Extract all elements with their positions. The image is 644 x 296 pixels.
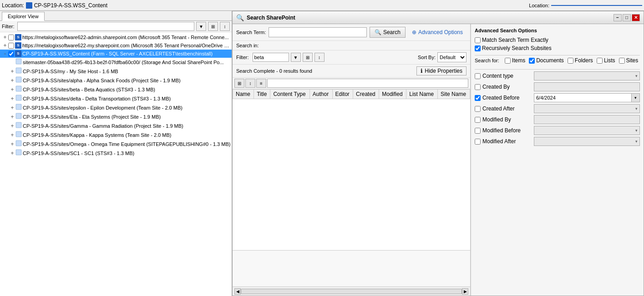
advanced-options-button[interactable]: ⊕ Advanced Options <box>408 27 467 38</box>
adv-field-check-2[interactable] <box>475 95 481 101</box>
right-location-label: Location: <box>529 3 549 8</box>
tree-item[interactable]: -SCP-SP19-A-SS.WSS_Content (Farm - SQL S… <box>0 50 232 58</box>
expand-icon[interactable]: - <box>2 50 8 57</box>
adv-field-check-1[interactable] <box>475 84 481 90</box>
results-filter-input[interactable] <box>267 79 468 88</box>
adv-field-check-5[interactable] <box>475 128 481 134</box>
adv-field-check-0[interactable] <box>475 73 481 79</box>
search-filter-input[interactable] <box>253 53 289 62</box>
search-for-sites[interactable]: Sites <box>619 57 639 64</box>
tree-item[interactable]: +Shttps://metalogixsoftware622-admin.sha… <box>0 33 232 41</box>
adv-field-check-3[interactable] <box>475 106 481 112</box>
col-header-author[interactable]: Author <box>309 90 332 99</box>
search-for-folders[interactable]: Folders <box>568 57 593 64</box>
col-header-list-name[interactable]: List Name <box>406 90 438 99</box>
search-button[interactable]: 🔍 Search <box>370 27 406 38</box>
expand-icon[interactable]: + <box>9 122 15 130</box>
adv-field-value-3[interactable]: ▾ <box>534 104 640 113</box>
col-header-modified[interactable]: Modified <box>379 90 406 99</box>
minimize-button[interactable]: − <box>614 14 622 21</box>
col-header-content-type[interactable]: Content Type <box>270 90 309 99</box>
expand-icon[interactable]: + <box>9 104 15 111</box>
search-for-lists[interactable]: Lists <box>597 57 615 64</box>
match-exact-checkbox[interactable] <box>475 37 481 43</box>
search-for-folders-check[interactable] <box>568 58 573 64</box>
filter-row-action-btn2[interactable]: ↕ <box>314 53 325 62</box>
recursive-label[interactable]: Recursively Search Subsites <box>475 45 552 51</box>
adv-field-value-1[interactable] <box>534 82 640 91</box>
adv-date-input-2[interactable] <box>534 95 631 100</box>
tree-item-checkbox[interactable] <box>8 35 14 40</box>
scroll-left-button[interactable]: ◀ <box>234 288 241 295</box>
col-header-title[interactable]: Title <box>254 90 270 99</box>
col-header-site-name[interactable]: Site Name <box>438 90 470 99</box>
expand-icon[interactable]: + <box>9 68 15 75</box>
dropdown-arrow-5[interactable]: ▾ <box>635 128 638 133</box>
adv-field-check-4[interactable] <box>475 117 481 123</box>
sort-az-button[interactable]: ↕ <box>245 79 255 88</box>
tree-item[interactable]: +CP-SP19-A-SS/sites/Omega - Omega Time E… <box>0 140 232 149</box>
match-exact-label[interactable]: Match Search Term Exactly <box>475 37 548 43</box>
col-header-name[interactable]: Name <box>233 90 254 99</box>
tree-item[interactable]: +CP-SP19-A-SS/sites/epsilon - Epilon Dev… <box>0 103 232 112</box>
search-for-docs-check[interactable] <box>529 58 535 64</box>
tree-item[interactable]: +CP-SP19-A-SS/sites/beta - Beta Aquatics… <box>0 85 232 94</box>
svg-rect-10 <box>16 150 21 155</box>
adv-field-value-6[interactable]: ▾ <box>534 137 640 146</box>
adv-field-value-4[interactable] <box>534 115 640 124</box>
list-view-button[interactable]: ≡ <box>256 79 266 88</box>
filter-action-btn2[interactable]: ↕ <box>220 22 230 31</box>
search-for-lists-check[interactable] <box>597 58 603 64</box>
tree-item[interactable]: +Shttps://metalogixsoftware622-my.sharep… <box>0 41 232 50</box>
search-for-items-check[interactable] <box>505 58 511 64</box>
search-term-input[interactable] <box>269 27 367 37</box>
expand-icon[interactable]: + <box>2 42 8 49</box>
hide-properties-button[interactable]: ℹ Hide Properties <box>416 66 467 75</box>
adv-field-value-0[interactable]: ▾ <box>534 71 640 80</box>
tree-item[interactable]: +CP-SP19-A-SS/sites/Kappa - Kappa System… <box>0 130 232 140</box>
tree-item[interactable]: +CP-SP19-A-SS/my - My Site Host - 1.6 MB <box>0 67 232 76</box>
expand-icon[interactable]: + <box>9 131 15 139</box>
expand-icon[interactable]: + <box>9 95 15 102</box>
sort-by-select[interactable]: DefaultNameCreatedModified <box>437 52 467 62</box>
col-header-editor[interactable]: Editor <box>332 90 353 99</box>
view-grid-button[interactable]: ⊞ <box>234 79 244 88</box>
search-for-items[interactable]: Items <box>505 57 525 64</box>
filter-row-action-btn1[interactable]: ⊞ <box>303 53 313 62</box>
filter-action-btn1[interactable]: ⊞ <box>208 22 218 31</box>
dropdown-arrow-3[interactable]: ▾ <box>635 106 638 111</box>
adv-field-label-text-4: Modified By <box>482 116 511 123</box>
tree-item-checkbox[interactable] <box>8 51 14 57</box>
dropdown-arrow-0[interactable]: ▾ <box>635 74 638 78</box>
expand-icon[interactable]: + <box>9 150 15 157</box>
tree-item[interactable]: +CP-SP19-A-SS/sites/delta - Delta Transp… <box>0 94 232 103</box>
scrollbar-track[interactable] <box>241 289 462 294</box>
scroll-right-button[interactable]: ▶ <box>462 288 468 295</box>
expand-icon[interactable]: + <box>9 140 15 148</box>
close-button[interactable]: ✕ <box>632 14 640 21</box>
expand-icon[interactable]: + <box>9 86 15 93</box>
tree-item[interactable]: +CP-SP19-A-SS/sites/alpha - Alpha Snack … <box>0 76 232 85</box>
calendar-btn-2[interactable]: ▾ <box>631 94 639 102</box>
expand-icon[interactable]: + <box>9 113 15 120</box>
search-for-sites-check[interactable] <box>619 58 625 64</box>
filter-row-icon-btn[interactable]: ▼ <box>291 53 301 62</box>
tree-item[interactable]: +CP-SP19-A-SS/sites/SC1 - SC1 (STS#3 - 1… <box>0 149 232 158</box>
tree-item-checkbox[interactable] <box>8 43 14 49</box>
explorer-view-tab[interactable]: Explorer View <box>2 12 45 21</box>
tree-item[interactable]: sitemaster-05baa438-d295-4b13-be2f-07fdf… <box>0 58 232 67</box>
filter-icon-btn[interactable]: ▼ <box>196 22 206 31</box>
filter-input[interactable] <box>17 22 195 31</box>
recursive-checkbox[interactable] <box>475 45 481 51</box>
expand-icon[interactable]: + <box>2 34 8 41</box>
dropdown-arrow-6[interactable]: ▾ <box>635 139 638 144</box>
restore-button[interactable]: □ <box>623 14 631 21</box>
search-for-documents[interactable]: Documents <box>529 57 564 64</box>
expand-icon[interactable]: + <box>9 77 15 84</box>
tree-item[interactable]: +CP-SP19-A-SS/sites/Gamma - Gamma Radiat… <box>0 121 232 130</box>
adv-field-check-6[interactable] <box>475 139 481 145</box>
tree-item[interactable]: +CP-SP19-A-SS/sites/Eta - Eta Systems (P… <box>0 112 232 121</box>
adv-field-value-2[interactable]: ▾ <box>534 93 640 102</box>
col-header-created[interactable]: Created <box>353 90 379 99</box>
adv-field-value-5[interactable]: ▾ <box>534 126 640 135</box>
